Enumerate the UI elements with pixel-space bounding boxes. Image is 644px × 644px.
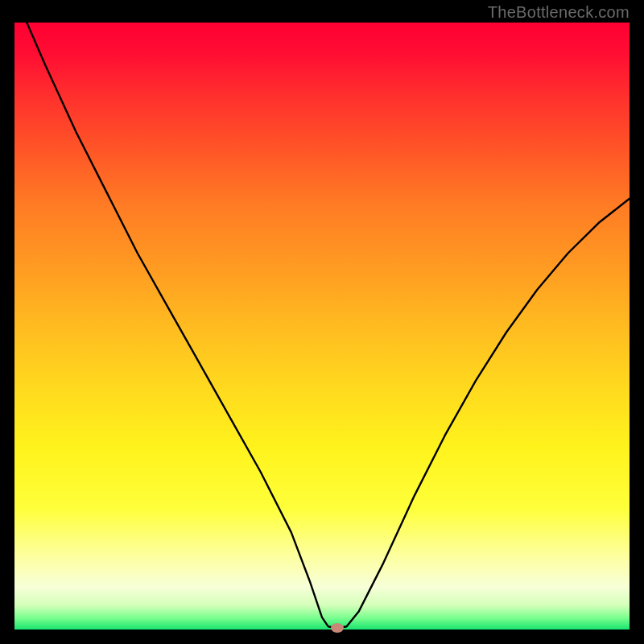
chart-plot-area [14,23,630,630]
chart-curve-svg [14,23,630,630]
watermark-text: TheBottleneck.com [488,3,630,22]
bottleneck-curve-line [27,23,630,628]
optimum-marker [331,623,344,633]
